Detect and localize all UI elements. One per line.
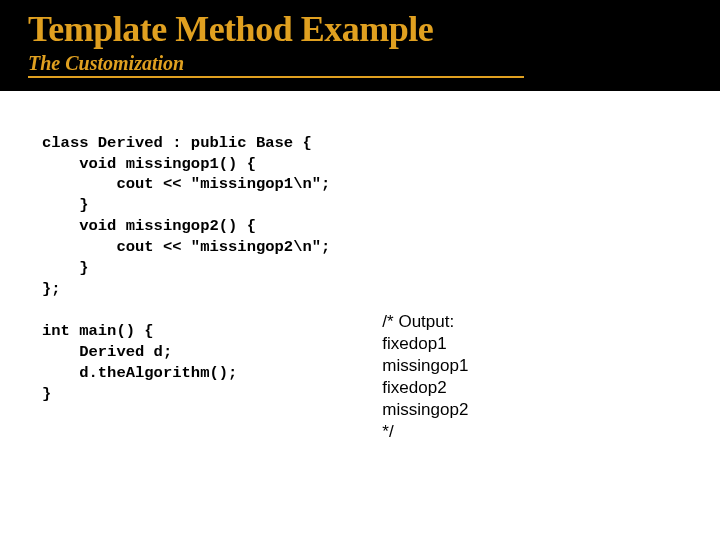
code-listing: class Derived : public Base { void missi… [42,133,330,444]
slide-header: Template Method Example The Customizatio… [0,0,720,91]
output-line: fixedop2 [382,377,468,399]
output-line: fixedop1 [382,333,468,355]
slide-subtitle: The Customization [28,52,524,78]
output-line: missingop1 [382,355,468,377]
output-line: missingop2 [382,399,468,421]
output-line: /* Output: [382,311,468,333]
slide-title: Template Method Example [28,10,692,50]
output-comment: /* Output: fixedop1 missingop1 fixedop2 … [382,311,468,444]
output-line: */ [382,421,468,443]
slide-content: class Derived : public Base { void missi… [0,91,720,444]
